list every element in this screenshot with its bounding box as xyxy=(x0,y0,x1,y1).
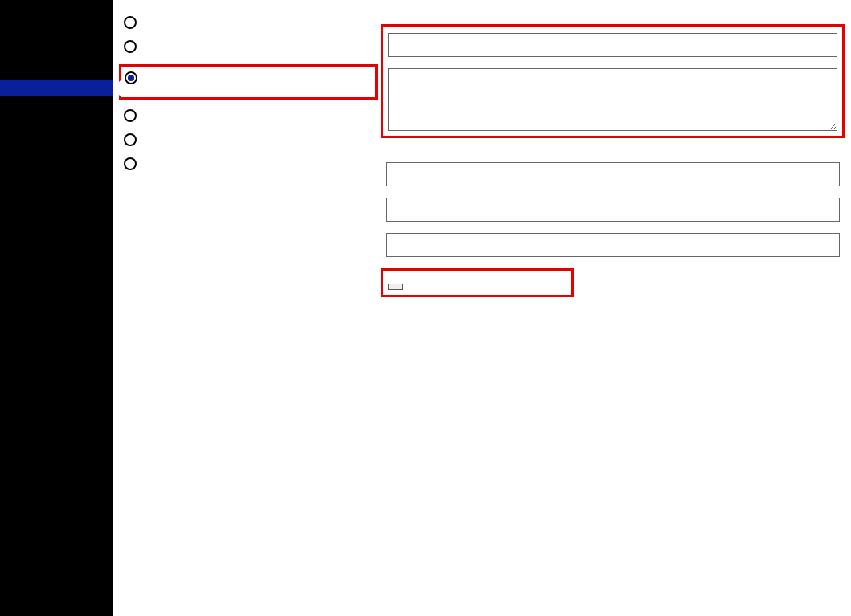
fieldblock-theme-uri xyxy=(386,162,840,186)
radio-create-child[interactable] xyxy=(124,40,137,53)
author-input[interactable] xyxy=(386,198,840,222)
radio-style-variation[interactable] xyxy=(124,157,137,170)
fieldblock-author xyxy=(386,198,840,222)
sidebar-subitem-themes[interactable] xyxy=(0,96,113,106)
admin-sidebar xyxy=(0,0,113,616)
radio-overwrite[interactable] xyxy=(124,109,137,122)
theme-uri-input[interactable] xyxy=(386,162,840,186)
sidebar-item-comments[interactable] xyxy=(0,64,113,80)
radio-blank[interactable] xyxy=(124,133,137,146)
theme-form xyxy=(386,16,840,308)
fieldblock-name-desc xyxy=(381,24,845,138)
export-options xyxy=(124,16,373,308)
option-overwrite xyxy=(124,109,373,122)
radio-export[interactable] xyxy=(124,16,137,29)
sidebar-subitem-create-block-theme[interactable] xyxy=(0,116,113,125)
sidebar-item-pages[interactable] xyxy=(0,48,113,64)
sidebar-item-media[interactable] xyxy=(0,32,113,48)
sidebar-item-tools[interactable] xyxy=(0,167,113,183)
fieldblock-screenshot xyxy=(381,268,574,297)
sidebar-subitem-editor[interactable] xyxy=(0,106,113,116)
sidebar-item-dashboard[interactable] xyxy=(0,0,113,16)
sidebar-subitem-manage-theme-fonts[interactable] xyxy=(0,125,113,135)
option-create-child xyxy=(124,40,373,53)
sidebar-collapse[interactable] xyxy=(0,215,113,223)
author-uri-input[interactable] xyxy=(386,233,840,257)
fieldblock-author-uri xyxy=(386,233,840,257)
sidebar-item-gutenberg[interactable] xyxy=(0,199,113,215)
option-clone xyxy=(119,64,378,100)
sidebar-item-appearance[interactable] xyxy=(0,80,113,96)
main-content xyxy=(113,0,851,616)
sidebar-item-plugins[interactable] xyxy=(0,135,113,151)
sidebar-item-settings[interactable] xyxy=(0,183,113,199)
theme-name-input[interactable] xyxy=(388,33,837,57)
option-blank xyxy=(124,133,373,146)
sidebar-item-users[interactable] xyxy=(0,151,113,167)
browse-button[interactable] xyxy=(388,284,403,290)
sidebar-item-posts[interactable] xyxy=(0,16,113,32)
radio-clone[interactable] xyxy=(125,71,137,84)
option-export xyxy=(124,16,373,29)
theme-desc-textarea[interactable] xyxy=(388,68,837,131)
option-style-variation xyxy=(124,157,373,170)
